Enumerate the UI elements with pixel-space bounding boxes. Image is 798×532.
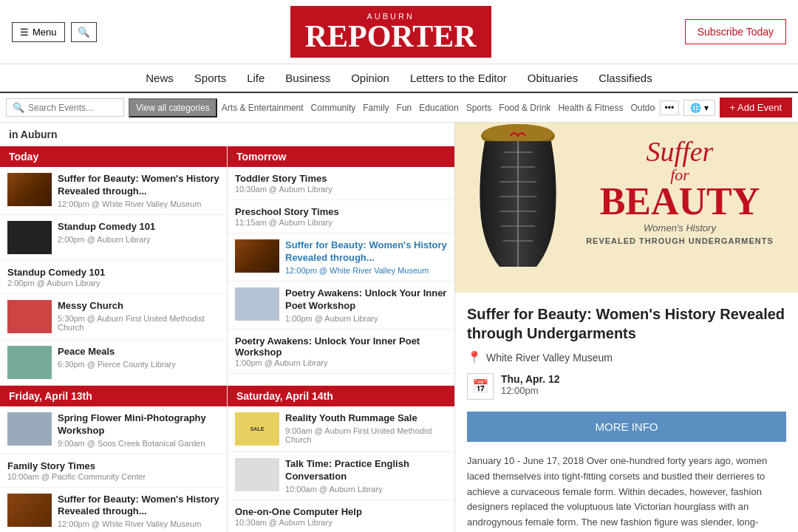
event-item[interactable]: Spring Flower Mini-Photography Workshop … <box>0 406 227 454</box>
event-item-simple[interactable]: Standup Comedy 101 2:00pm @ Auburn Libra… <box>0 261 227 294</box>
search-events-input[interactable] <box>28 103 117 113</box>
header-left: ☰ Menu 🔍 <box>12 22 97 42</box>
header: ☰ Menu 🔍 AUBURN REPORTER Subscribe Today <box>0 0 798 64</box>
cat-sports[interactable]: Sports <box>466 103 492 113</box>
nav-obituaries[interactable]: Obituaries <box>528 72 578 84</box>
event-item-simple[interactable]: Preschool Story Times 11:15am @ Auburn L… <box>228 200 454 233</box>
event-time: 9:00am @ Soos Creek Botanical Garden <box>58 439 219 448</box>
event-info: Talk Time: Practice English Conversation… <box>285 458 447 494</box>
cat-fun[interactable]: Fun <box>397 103 412 113</box>
detail-content: Suffer for Beauty: Women's History Revea… <box>455 293 798 532</box>
nav-letters[interactable]: Letters to the Editor <box>410 72 507 84</box>
event-title: Peace Meals <box>58 346 176 358</box>
hero-women: Women's History <box>576 222 783 233</box>
event-title: Reality Youth Rummage Sale <box>285 412 447 425</box>
event-time: 12:00pm @ White River Valley Museum <box>285 266 447 275</box>
nav-sports[interactable]: Sports <box>194 72 226 84</box>
event-title: Spring Flower Mini-Photography Workshop <box>58 412 219 437</box>
date-info: Thu, Apr. 12 12:00pm <box>501 373 560 396</box>
svg-point-1 <box>482 124 553 143</box>
cat-outdoors[interactable]: Outdoors <box>630 103 655 113</box>
main-nav: News Sports Life Business Opinion Letter… <box>0 64 798 93</box>
event-time: 6:30pm @ Pierce County Library <box>58 360 176 369</box>
globe-button[interactable]: 🌐 ▾ <box>683 100 715 116</box>
event-thumbnail <box>7 173 52 206</box>
subscribe-button[interactable]: Subscribe Today <box>685 19 786 44</box>
event-item[interactable]: Suffer for Beauty: Women's History Revea… <box>0 167 227 215</box>
menu-icon: ☰ <box>20 27 29 38</box>
event-title: Standup Comedy 101 <box>7 267 219 278</box>
more-info-button[interactable]: MORE INFO <box>467 412 786 442</box>
hero-suffer: Suffer <box>576 137 783 166</box>
event-title: Suffer for Beauty: Women's History Revea… <box>58 173 219 198</box>
event-thumbnail: SALE <box>235 412 279 446</box>
event-title: Messy Church <box>58 300 219 313</box>
event-time: 12:00pm @ White River Valley Museum <box>58 519 219 528</box>
tomorrow-header: Tomorrow <box>228 146 454 167</box>
search-button[interactable]: 🔍 <box>71 22 97 42</box>
event-thumbnail <box>7 300 52 333</box>
event-info: Standup Comedy 101 2:00pm @ Auburn Libra… <box>58 221 155 244</box>
event-item[interactable]: Poetry Awakens: Unlock Your Inner Poet W… <box>228 282 454 330</box>
detail-title: Suffer for Beauty: Women's History Revea… <box>467 304 786 343</box>
cat-food[interactable]: Food & Drink <box>499 103 550 113</box>
cat-arts[interactable]: Arts & Entertainment <box>222 103 304 113</box>
event-title: Standup Comedy 101 <box>58 221 155 233</box>
event-info: Suffer for Beauty: Women's History Revea… <box>285 239 447 275</box>
event-title: Suffer for Beauty: Women's History Revea… <box>58 494 219 519</box>
search-events-icon: 🔍 <box>13 102 24 113</box>
search-icon: 🔍 <box>78 27 90 38</box>
search-events-container: 🔍 <box>6 98 124 117</box>
cat-family[interactable]: Family <box>363 103 389 113</box>
event-info: Spring Flower Mini-Photography Workshop … <box>58 412 219 448</box>
detail-location: 📍 White River Valley Museum <box>467 350 786 364</box>
events-panel: in Auburn Today Suffer for Beauty: Women… <box>0 123 454 532</box>
detail-hero-image: Suffer for BEAUTY Women's History REVEAL… <box>455 123 798 293</box>
event-thumbnail <box>7 412 52 446</box>
events-bar: 🔍 View all categories Arts & Entertainme… <box>0 93 798 123</box>
top-day-columns: Today Suffer for Beauty: Women's History… <box>0 146 454 386</box>
nav-opinion[interactable]: Opinion <box>351 72 389 84</box>
detail-panel: Suffer for BEAUTY Women's History REVEAL… <box>454 123 798 532</box>
menu-button[interactable]: ☰ Menu <box>12 22 65 42</box>
nav-business[interactable]: Business <box>285 72 330 84</box>
event-time: 12:00pm @ White River Valley Museum <box>58 200 219 208</box>
event-time: 2:00pm @ Auburn Library <box>7 279 219 287</box>
event-title: Talk Time: Practice English Conversation <box>285 458 447 483</box>
friday-column: Friday, April 13th Spring Flower Mini-Ph… <box>0 386 228 532</box>
today-header: Today <box>0 146 227 167</box>
location-text: White River Valley Museum <box>486 352 613 364</box>
event-item[interactable]: Standup Comedy 101 2:00pm @ Auburn Libra… <box>0 215 227 261</box>
more-categories-button[interactable]: ••• <box>660 100 680 115</box>
event-time: 11:15am @ Auburn Library <box>235 218 447 227</box>
event-time: 12:00pm <box>501 385 560 396</box>
cat-health[interactable]: Health & Fitness <box>558 103 623 113</box>
event-time: 10:30am @ Auburn Library <box>235 185 447 194</box>
event-item[interactable]: Suffer for Beauty: Women's History Revea… <box>0 488 227 532</box>
add-event-button[interactable]: + Add Event <box>720 98 792 117</box>
event-time: 5:30pm @ Auburn First United Methodist C… <box>58 314 219 332</box>
event-item-simple[interactable]: Family Story Times 10:00am @ Pacific Com… <box>0 454 227 488</box>
location-pin-icon: 📍 <box>467 350 482 364</box>
event-time: 10:30am @ Auburn Library <box>235 518 447 527</box>
event-time: 9:00am @ Auburn First United Methodist C… <box>285 426 447 444</box>
event-item-simple[interactable]: Poetry Awakens: Unlock Your Inner Poet W… <box>228 330 454 374</box>
event-item[interactable]: Suffer for Beauty: Women's History Revea… <box>228 233 454 282</box>
event-item[interactable]: SALE Reality Youth Rummage Sale 9:00am @… <box>228 406 454 452</box>
event-item-simple[interactable]: Toddler Story Times 10:30am @ Auburn Lib… <box>228 167 454 200</box>
nav-classifieds[interactable]: Classifieds <box>598 72 652 84</box>
event-title: Toddler Story Times <box>235 173 447 184</box>
event-item[interactable]: Talk Time: Practice English Conversation… <box>228 452 454 500</box>
event-thumbnail <box>7 494 52 527</box>
cat-community[interactable]: Community <box>311 103 356 113</box>
event-item-simple[interactable]: One-on-One Computer Help 10:30am @ Aubur… <box>228 500 454 532</box>
event-item[interactable]: Peace Meals 6:30pm @ Pierce County Libra… <box>0 340 227 386</box>
event-item[interactable]: Messy Church 5:30pm @ Auburn First Unite… <box>0 294 227 340</box>
detail-date: 📅 Thu, Apr. 12 12:00pm <box>467 373 786 400</box>
hero-beauty: BEAUTY <box>576 185 783 219</box>
nav-life[interactable]: Life <box>247 72 265 84</box>
cat-education[interactable]: Education <box>419 103 458 113</box>
calendar-glyph: 📅 <box>472 378 488 395</box>
view-all-categories-button[interactable]: View all categories <box>129 98 217 117</box>
nav-news[interactable]: News <box>146 72 174 84</box>
